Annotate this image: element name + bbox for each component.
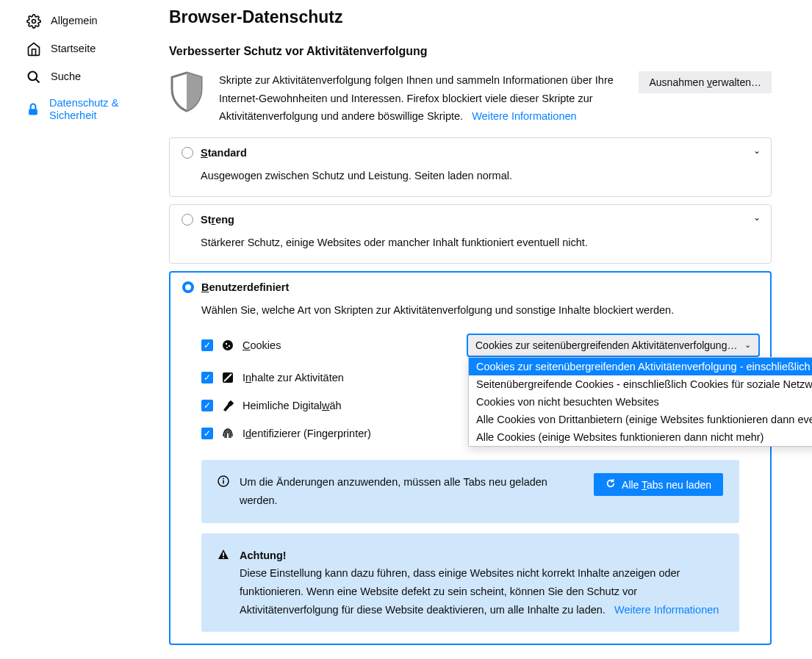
radio-standard[interactable]	[182, 147, 193, 159]
panel-desc: Stärkerer Schutz, einige Websites oder m…	[201, 234, 759, 251]
checkbox-cryptominers[interactable]: ✓	[201, 400, 213, 411]
sidebar-item-search[interactable]: Suche	[22, 63, 147, 91]
svg-point-4	[223, 340, 233, 350]
warning-icon	[218, 549, 229, 563]
search-icon	[26, 69, 42, 85]
reload-icon	[606, 478, 616, 491]
warning-box: Achtung! Diese Einstellung kann dazu füh…	[201, 533, 739, 633]
chevron-down-icon[interactable]: ⌄	[753, 212, 761, 223]
svg-point-15	[223, 557, 224, 558]
page-title: Browser-Datenschutz	[169, 7, 772, 27]
svg-point-1	[29, 72, 37, 81]
sidebar-item-label: Startseite	[51, 43, 96, 55]
intro-text: Skripte zur Aktivitätenverfolgung folgen…	[219, 71, 625, 126]
dropdown-item[interactable]: Cookies zur seitenübergreifenden Aktivit…	[469, 358, 812, 375]
row-label: Inhalte zur Aktivitäten	[242, 372, 344, 383]
checkbox-fingerprinters[interactable]: ✓	[201, 428, 213, 439]
panel-desc: Ausgewogen zwischen Schutz und Leistung.…	[201, 168, 759, 184]
dropdown-item[interactable]: Cookies von nicht besuchten Websites	[469, 393, 812, 411]
warning-message: Achtung! Diese Einstellung kann dazu füh…	[240, 547, 723, 619]
reload-tabs-button[interactable]: Alle Tabs neu laden	[594, 473, 723, 496]
info-icon	[218, 475, 229, 489]
svg-point-0	[32, 20, 36, 24]
sidebar-item-label: Datenschutz & Sicherheit	[49, 97, 143, 123]
svg-rect-12	[223, 480, 224, 484]
svg-point-5	[226, 343, 227, 345]
sidebar-item-label: Allgemein	[51, 15, 98, 27]
tracking-content-icon	[222, 372, 234, 383]
radio-custom[interactable]	[182, 281, 194, 293]
shield-icon	[169, 71, 206, 115]
svg-point-7	[226, 347, 228, 348]
row-label: Cookies	[242, 339, 281, 351]
dropdown-item[interactable]: Alle Cookies von Drittanbietern (einige …	[469, 411, 812, 428]
panel-title: Standard	[201, 147, 247, 159]
panel-title: Streng	[201, 214, 234, 226]
lock-icon	[26, 101, 40, 118]
reload-message: Um die Änderungen anzuwenden, müssen all…	[240, 473, 583, 509]
gear-icon	[26, 13, 42, 29]
panel-title: Benutzerdefiniert	[201, 281, 289, 293]
sidebar-item-general[interactable]: Allgemein	[22, 7, 147, 35]
fingerprint-icon	[222, 428, 234, 439]
sidebar-item-privacy[interactable]: Datenschutz & Sicherheit	[22, 91, 147, 129]
sidebar-item-home[interactable]: Startseite	[22, 35, 147, 63]
sidebar-item-label: Suche	[51, 71, 81, 83]
panel-standard[interactable]: Standard ⌄ Ausgewogen zwischen Schutz un…	[169, 137, 772, 197]
cryptominer-icon	[222, 400, 234, 411]
panel-strict[interactable]: Streng ⌄ Stärkerer Schutz, einige Websit…	[169, 204, 772, 264]
cookie-select[interactable]: Cookies zur seitenübergreifenden Aktivit…	[468, 335, 758, 356]
panel-desc: Wählen Sie, welche Art von Skripten zur …	[201, 302, 758, 319]
warning-more-info-link[interactable]: Weitere Informationen	[614, 604, 719, 616]
row-label: Heimliche Digitalwäh	[242, 400, 342, 411]
main-content: Browser-Datenschutz Verbesserter Schutz …	[154, 0, 801, 659]
chevron-down-icon[interactable]: ⌄	[753, 145, 761, 156]
row-label: Identifizierer (Fingerprinter)	[242, 428, 371, 439]
svg-point-13	[223, 478, 224, 480]
svg-rect-3	[29, 109, 37, 115]
reload-info-box: Um die Änderungen anzuwenden, müssen all…	[201, 460, 739, 522]
exceptions-button[interactable]: Ausnahmen verwalten…	[639, 71, 772, 93]
sidebar: Allgemein Startseite Suche Datenschutz &…	[0, 0, 154, 659]
radio-strict[interactable]	[182, 214, 193, 226]
dropdown-item[interactable]: Seitenübergreifende Cookies - einschließ…	[469, 375, 812, 393]
row-cookies: ✓ Cookies Cookies zur seitenübergreifend…	[201, 335, 758, 356]
tracking-intro: Skripte zur Aktivitätenverfolgung folgen…	[169, 71, 772, 126]
dropdown-item[interactable]: Alle Cookies (einige Websites funktionie…	[469, 428, 812, 446]
svg-rect-14	[223, 552, 224, 556]
select-box[interactable]: Cookies zur seitenübergreifenden Aktivit…	[468, 335, 758, 356]
svg-line-2	[36, 79, 40, 83]
svg-point-6	[229, 345, 230, 347]
section-title: Verbesserter Schutz vor Aktivitätenverfo…	[169, 45, 772, 58]
checkbox-tracking-content[interactable]: ✓	[201, 372, 213, 383]
more-info-link[interactable]: Weitere Informationen	[472, 110, 576, 122]
home-icon	[26, 41, 42, 57]
cookie-dropdown: Cookies zur seitenübergreifenden Aktivit…	[468, 357, 812, 447]
cookie-icon	[222, 339, 234, 351]
panel-custom[interactable]: Benutzerdefiniert Wählen Sie, welche Art…	[169, 271, 772, 645]
warning-title: Achtung!	[240, 550, 287, 561]
checkbox-cookies[interactable]: ✓	[201, 339, 213, 351]
